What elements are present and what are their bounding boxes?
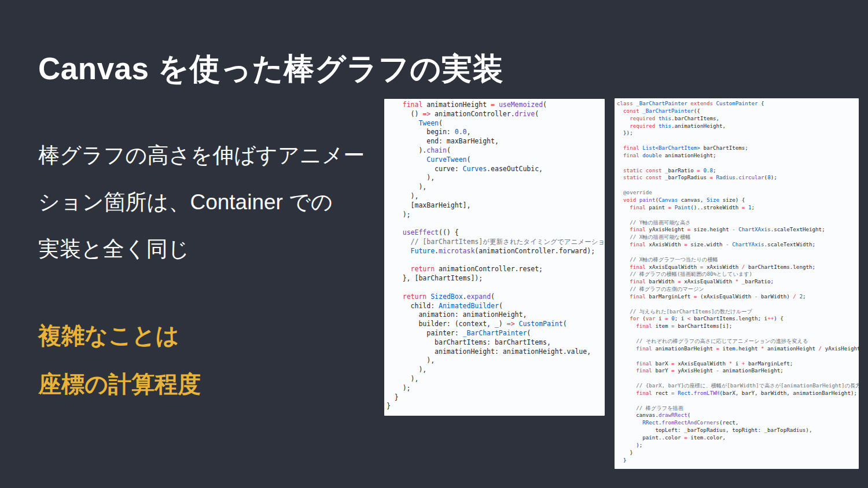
code-line: final rect = Rect.fromLTWH(barX, barY, b… xyxy=(617,390,856,397)
code-line: } xyxy=(387,393,602,402)
code-line: animationHeight: animationHeight.value, xyxy=(387,347,602,357)
code-line: // それぞれの棒グラフの高さに応じてアニメーションの進捗を変える xyxy=(617,338,856,345)
highlight-text-line-1: 複雑なことは xyxy=(38,311,201,360)
code-line: // {barX, barY}の座標に、横幅が[barWidth]で高さが[an… xyxy=(617,382,856,390)
code-line: animation: animationHeight, xyxy=(387,310,602,320)
code-line: useEffect(() { xyxy=(387,228,602,238)
code-line: // Y軸の描画可能な高さ xyxy=(617,219,856,227)
slide-title: Canvas を使った棒グラフの実装 xyxy=(38,49,503,90)
code-line: static const _barTopRadius = Radius.circ… xyxy=(617,174,856,182)
code-line xyxy=(387,256,602,265)
code-line: // 棒グラフを描画 xyxy=(617,405,856,412)
code-line: // X軸の棒グラフ一つ当たりの横幅 xyxy=(617,256,856,264)
code-line: ); xyxy=(387,384,602,393)
code-line: const _BarChartPainter({ xyxy=(617,108,856,115)
code-line: final barX = xAxisEqualWidth * i + barMa… xyxy=(617,360,856,368)
code-line: final barY = yAxisHeight - animationBarH… xyxy=(617,367,856,375)
code-line xyxy=(617,182,856,189)
presentation-slide: Canvas を使った棒グラフの実装 棒グラフの高さを伸ばすアニメー ション箇所… xyxy=(0,0,868,488)
code-line: ), xyxy=(387,192,602,201)
code-line: curve: Curves.easeOutCubic, xyxy=(387,165,602,174)
code-line: required this.animationHeight, xyxy=(617,123,856,130)
code-line: painter: _BarChartPainter( xyxy=(387,329,602,338)
code-line: final barMarginLeft = (xAxisEqualWidth -… xyxy=(617,293,856,301)
code-line: } xyxy=(617,457,856,464)
code-line: builder: (context, _) => CustomPaint( xyxy=(387,320,602,329)
code-line: static const _barRatio = 0.8; xyxy=(617,167,856,175)
code-line: ); xyxy=(617,442,856,449)
code-line: CurveTween( xyxy=(387,156,602,165)
code-line: final paint = Paint()..strokeWidth = 1; xyxy=(617,204,856,212)
code-line: ), xyxy=(387,173,602,183)
code-line xyxy=(387,219,602,228)
code-line: // [barChartItems]が更新されたタイミングでアニメーション発火 xyxy=(387,238,602,247)
body-text-line-1: 棒グラフの高さを伸ばすアニメー xyxy=(38,132,365,179)
code-line: ).chain( xyxy=(387,146,602,156)
code-line: } xyxy=(617,449,856,457)
code-line: final animationBarHeight = item.height *… xyxy=(617,345,856,353)
highlight-text-line-2: 座標の計算程度 xyxy=(38,360,201,408)
code-line: // 棒グラフの左側のマージン xyxy=(617,286,856,293)
code-line: required this.barChartItems, xyxy=(617,115,856,123)
code-line: @override xyxy=(617,189,856,197)
code-snippet-painter-class: class _BarChartPainter extends CustomPai… xyxy=(615,98,859,469)
code-line xyxy=(617,353,856,360)
code-line: final animationHeight = useMemoized( xyxy=(387,101,602,110)
code-line: ), xyxy=(387,375,602,384)
code-line: return SizedBox.expand( xyxy=(387,293,602,302)
code-line xyxy=(617,160,856,167)
code-line xyxy=(617,301,856,308)
code-line: final xAxisEqualWidth = xAxisWidth / bar… xyxy=(617,264,856,271)
code-line: // X軸の描画可能な横幅 xyxy=(617,234,856,241)
code-line: class _BarChartPainter extends CustomPai… xyxy=(617,100,856,108)
code-line: final barWidth = xAxisEqualWidth * _barR… xyxy=(617,278,856,286)
code-line: // 与えられた[barChartItems]の数だけループ xyxy=(617,308,856,316)
code-line: RRect.fromRectAndCorners(rect, xyxy=(617,419,856,427)
code-line: ), xyxy=(387,365,602,375)
code-line: void paint(Canvas canvas, Size size) { xyxy=(617,197,856,204)
code-line: final yAxisHeight = size.height - ChartX… xyxy=(617,226,856,234)
code-line: final double animationHeight; xyxy=(617,152,856,160)
code-line: child: AnimatedBuilder( xyxy=(387,302,602,311)
code-line xyxy=(617,397,856,405)
code-line: canvas.drawRRect( xyxy=(617,412,856,419)
body-text-line-3: 実装と全く同じ xyxy=(38,225,365,272)
code-line xyxy=(387,283,602,293)
code-line: ); xyxy=(387,210,602,220)
code-line xyxy=(617,375,856,382)
code-line: topLeft: _barTopRadius, topRight: _barTo… xyxy=(617,427,856,434)
code-line: Tween( xyxy=(387,119,602,128)
highlight-text: 複雑なことは 座標の計算程度 xyxy=(38,311,201,408)
code-snippet-hook-build: final animationHeight = useMemoized( () … xyxy=(384,99,605,416)
code-line: end: maxBarHeight, xyxy=(387,137,602,146)
code-line xyxy=(617,137,856,145)
code-line: final List<BarChartItem> barChartItems; xyxy=(617,145,856,152)
code-line: Future.microtask(animationController.for… xyxy=(387,247,602,256)
code-line: ), xyxy=(387,356,602,365)
code-line: begin: 0.0, xyxy=(387,128,602,137)
code-line: // 棒グラフの横幅(描画範囲の80%としています) xyxy=(617,271,856,278)
code-line: paint..color = item.color, xyxy=(617,434,856,442)
code-line: }); xyxy=(617,130,856,137)
code-line: }, [barChartItems]); xyxy=(387,274,602,283)
code-line: final item = barChartItems[i]; xyxy=(617,323,856,330)
body-text: 棒グラフの高さを伸ばすアニメー ション箇所は、Container での 実装と全… xyxy=(38,132,365,272)
code-line xyxy=(617,249,856,256)
code-line: () => animationController.drive( xyxy=(387,110,602,119)
code-line xyxy=(617,330,856,338)
code-line xyxy=(617,212,856,219)
code-line: [maxBarHeight], xyxy=(387,201,602,210)
code-line: final xAxisWidth = size.width - ChartYAx… xyxy=(617,241,856,249)
code-line: return animationController.reset; xyxy=(387,265,602,274)
code-line: ), xyxy=(387,183,602,192)
code-line: } xyxy=(387,402,602,411)
code-line: barChartItems: barChartItems, xyxy=(387,338,602,347)
code-line: for (var i = 0; i < barChartItems.length… xyxy=(617,315,856,323)
body-text-line-2: ション箇所は、Container での xyxy=(38,179,365,225)
